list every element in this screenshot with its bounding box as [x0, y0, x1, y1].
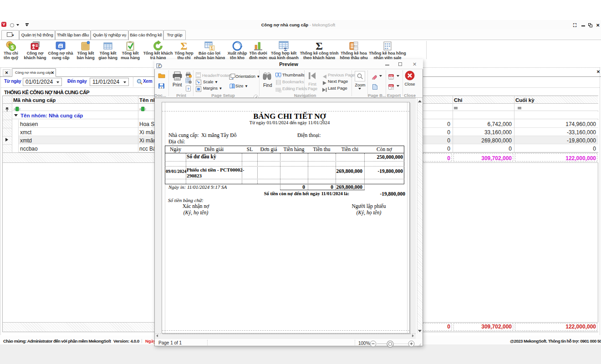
svg-text:PDF: PDF — [389, 85, 393, 87]
svg-text:a: a — [14, 107, 15, 111]
svg-text:c: c — [145, 107, 147, 111]
svg-text:a: a — [139, 107, 141, 111]
svg-text:Σ: Σ — [180, 40, 187, 51]
svg-text:Σ: Σ — [210, 46, 214, 51]
svg-text:?: ? — [187, 87, 189, 91]
svg-text:c: c — [19, 107, 21, 111]
svg-text:A: A — [161, 86, 163, 89]
svg-text:PDF: PDF — [389, 75, 393, 77]
svg-text:$: $ — [11, 45, 14, 50]
svg-text:Σ: Σ — [316, 40, 323, 51]
